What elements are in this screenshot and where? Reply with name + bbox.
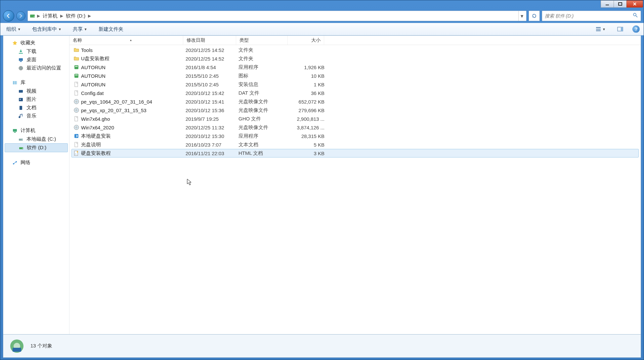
network-icon bbox=[12, 160, 18, 166]
forward-button[interactable] bbox=[16, 11, 25, 21]
address-dropdown-icon[interactable]: ▾ bbox=[518, 11, 525, 21]
star-icon bbox=[12, 40, 18, 46]
maximize-button[interactable] bbox=[614, 0, 627, 8]
file-name: Tools bbox=[80, 47, 186, 53]
file-row[interactable]: U盘安装教程2020/12/25 14:52文件夹 bbox=[71, 54, 639, 63]
search-input[interactable] bbox=[545, 13, 633, 19]
file-row[interactable]: AUTORUN2016/1/8 4:54应用程序1,926 KB bbox=[71, 63, 639, 71]
svg-line-7 bbox=[636, 16, 637, 17]
organize-menu[interactable]: 组织 ▼ bbox=[4, 25, 23, 34]
file-row[interactable]: 光盘说明2016/10/23 7:07文本文档5 KB bbox=[71, 140, 639, 149]
nav-libraries[interactable]: 库 bbox=[3, 78, 69, 87]
nav-documents[interactable]: 文档 bbox=[3, 104, 69, 112]
file-row[interactable]: Config.dat2020/10/12 15:42DAT 文件36 KB bbox=[71, 89, 639, 97]
file-date: 2016/11/21 22:03 bbox=[186, 151, 238, 156]
document-icon bbox=[18, 105, 24, 111]
svg-rect-17 bbox=[13, 81, 14, 84]
file-size: 3,874,126 ... bbox=[290, 125, 326, 130]
file-date: 2020/10/12 15:41 bbox=[186, 99, 238, 105]
preview-pane-button[interactable] bbox=[615, 25, 625, 33]
preview-pane-icon bbox=[617, 27, 623, 31]
file-row[interactable]: pe_yqs_xp_20_07_31_15_532020/10/12 15:36… bbox=[71, 106, 639, 114]
svg-rect-21 bbox=[19, 98, 23, 101]
include-library-menu[interactable]: 包含到库中 ▼ bbox=[30, 25, 64, 34]
address-row: ▶ 计算机 ▶ 软件 (D:) ▶ ▾ bbox=[0, 9, 644, 23]
explorer-window: ▶ 计算机 ▶ 软件 (D:) ▶ ▾ 组织 ▼ 包含到库中 ▼ 共享 ▼ bbox=[0, 0, 644, 360]
column-size[interactable]: 大小 bbox=[288, 36, 324, 45]
column-type[interactable]: 类型 bbox=[236, 36, 288, 45]
minimize-button[interactable] bbox=[601, 0, 614, 8]
breadcrumb-computer[interactable]: 计算机 bbox=[41, 12, 59, 20]
column-size-label: 大小 bbox=[311, 37, 321, 43]
file-row[interactable]: Tools2020/12/25 14:52文件夹 bbox=[71, 46, 639, 54]
close-button[interactable] bbox=[626, 0, 643, 8]
column-date[interactable]: 修改日期 bbox=[183, 36, 236, 45]
svg-rect-34 bbox=[75, 66, 78, 67]
file-type-icon bbox=[72, 47, 80, 53]
file-row[interactable]: AUTORUN2015/5/10 2:45图标10 KB bbox=[71, 71, 639, 80]
nav-pictures[interactable]: 图片 bbox=[3, 95, 69, 104]
search-icon bbox=[633, 13, 638, 19]
breadcrumb-sep-icon: ▶ bbox=[60, 14, 64, 18]
nav-recent-label: 最近访问的位置 bbox=[26, 65, 61, 71]
file-type-icon bbox=[72, 81, 80, 87]
file-type: 安装信息 bbox=[238, 81, 290, 88]
column-date-label: 修改日期 bbox=[187, 37, 205, 43]
file-date: 2015/5/10 2:45 bbox=[186, 73, 238, 79]
include-label: 包含到库中 bbox=[32, 26, 57, 32]
nav-recent[interactable]: 最近访问的位置 bbox=[3, 64, 69, 72]
file-row[interactable]: Win7x64.gho2019/9/7 19:25GHO 文件2,900,813… bbox=[71, 114, 639, 123]
svg-rect-1 bbox=[619, 3, 622, 5]
nav-downloads[interactable]: 下载 bbox=[3, 47, 69, 56]
nav-software-d[interactable]: 软件 (D:) bbox=[5, 143, 68, 152]
file-name: pe_yqs_xp_20_07_31_15_53 bbox=[80, 108, 186, 113]
file-type-icon bbox=[72, 133, 80, 139]
nav-local-c[interactable]: 本地磁盘 (C:) bbox=[3, 135, 69, 143]
chevron-down-icon: ▼ bbox=[84, 27, 87, 31]
video-icon bbox=[18, 88, 24, 94]
newfolder-label: 新建文件夹 bbox=[99, 26, 123, 32]
computer-icon bbox=[12, 128, 18, 134]
file-type-icon bbox=[72, 64, 80, 70]
new-folder-button[interactable]: 新建文件夹 bbox=[97, 25, 125, 34]
nav-desktop[interactable]: 桌面 bbox=[3, 56, 69, 64]
hdd-icon bbox=[18, 136, 24, 142]
toolbar: 组织 ▼ 包含到库中 ▼ 共享 ▼ 新建文件夹 ▼ ? bbox=[0, 23, 644, 35]
file-date: 2015/5/10 2:45 bbox=[186, 82, 238, 87]
svg-rect-25 bbox=[14, 132, 16, 133]
file-row[interactable]: 本地硬盘安装2020/10/12 15:30应用程序28,315 KB bbox=[71, 132, 639, 140]
column-name[interactable]: 名称 ▲ bbox=[69, 36, 183, 45]
breadcrumb-drive[interactable]: 软件 (D:) bbox=[64, 12, 87, 20]
file-size: 10 KB bbox=[290, 73, 326, 79]
file-row[interactable]: 硬盘安装教程2016/11/21 22:03HTML 文档3 KB bbox=[71, 149, 639, 158]
nav-network[interactable]: 网络 bbox=[3, 158, 69, 167]
nav-desktop-label: 桌面 bbox=[26, 57, 36, 63]
recent-icon bbox=[18, 65, 24, 71]
share-menu[interactable]: 共享 ▼ bbox=[71, 25, 89, 34]
nav-music[interactable]: 音乐 bbox=[3, 112, 69, 120]
search-box[interactable] bbox=[542, 11, 641, 21]
file-name: AUTORUN bbox=[80, 73, 186, 79]
file-size: 3 KB bbox=[290, 151, 326, 156]
nav-videos-label: 视频 bbox=[26, 88, 36, 94]
file-row[interactable]: pe_yqs_1064_20_07_31_16_042020/10/12 15:… bbox=[71, 97, 639, 106]
back-button[interactable] bbox=[3, 10, 14, 22]
help-button[interactable]: ? bbox=[632, 25, 640, 33]
view-mode-button[interactable]: ▼ bbox=[593, 25, 608, 33]
refresh-button[interactable] bbox=[529, 11, 540, 21]
file-name: 光盘说明 bbox=[80, 142, 186, 148]
address-bar[interactable]: ▶ 计算机 ▶ 软件 (D:) ▶ ▾ bbox=[27, 11, 527, 21]
file-name: U盘安装教程 bbox=[80, 56, 186, 62]
nav-computer[interactable]: 计算机 bbox=[3, 126, 69, 135]
file-size: 28,315 KB bbox=[290, 133, 326, 139]
nav-videos[interactable]: 视频 bbox=[3, 87, 69, 95]
file-size: 5 KB bbox=[290, 142, 326, 148]
file-row[interactable]: AUTORUN2015/5/10 2:45安装信息1 KB bbox=[71, 80, 639, 89]
nav-favorites[interactable]: 收藏夹 bbox=[3, 38, 69, 47]
file-type-icon bbox=[72, 99, 80, 105]
svg-rect-13 bbox=[19, 53, 23, 54]
file-name: AUTORUN bbox=[80, 82, 186, 87]
organize-label: 组织 bbox=[6, 26, 16, 32]
file-row[interactable]: Win7x64_20202020/12/25 11:32光盘映像文件3,874,… bbox=[71, 123, 639, 132]
library-icon bbox=[12, 80, 18, 86]
